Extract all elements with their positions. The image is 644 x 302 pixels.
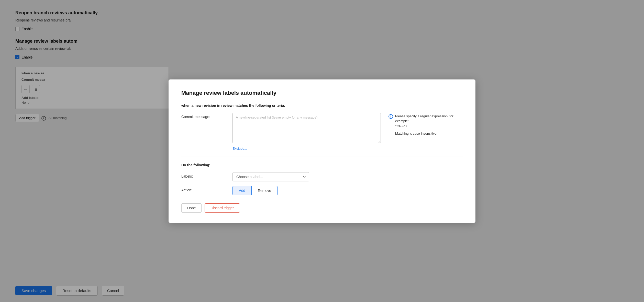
commit-message-form-row: Commit message: Exclude... i Please spec… — [181, 113, 463, 150]
action-field-content: Add Remove — [232, 186, 463, 195]
action-button-group: Add Remove — [232, 186, 463, 195]
labels-select[interactable]: Choose a label... — [232, 172, 309, 181]
hint-text-line1: Please specify a regular expression, for… — [395, 114, 463, 124]
action-label: Action: — [181, 186, 232, 192]
labels-field-content: Choose a label... — [232, 172, 463, 181]
modal-title: Manage review labels automatically — [181, 90, 463, 96]
labels-form-row: Labels: Choose a label... — [181, 172, 463, 181]
hint-text-line2: ^CR-\d+ — [395, 124, 463, 129]
hint-text: Please specify a regular expression, for… — [395, 114, 463, 129]
commit-message-textarea[interactable] — [232, 113, 381, 143]
commit-message-label: Commit message: — [181, 113, 232, 119]
do-following-label: Do the following: — [181, 163, 463, 167]
hint-subtext: Matching is case-insensitive. — [395, 132, 463, 135]
criteria-label: when a new revision in review matches th… — [181, 103, 463, 108]
action-remove-button[interactable]: Remove — [252, 186, 277, 195]
hint-info-icon: i — [388, 114, 393, 119]
discard-trigger-button[interactable]: Discard trigger — [205, 203, 240, 213]
labels-label: Labels: — [181, 172, 232, 178]
done-button[interactable]: Done — [181, 203, 202, 213]
modal-footer: Done Discard trigger — [181, 203, 463, 213]
hint-box: i Please specify a regular expression, f… — [388, 113, 463, 136]
action-add-button[interactable]: Add — [232, 186, 252, 195]
hint-row: i Please specify a regular expression, f… — [388, 114, 463, 129]
modal-dialog: Manage review labels automatically when … — [169, 79, 475, 223]
action-form-row: Action: Add Remove — [181, 186, 463, 195]
commit-message-field-content: Exclude... — [232, 113, 381, 150]
exclude-link[interactable]: Exclude... — [232, 147, 247, 150]
modal-overlay: Manage review labels automatically when … — [0, 0, 644, 302]
modal-divider — [181, 157, 463, 157]
